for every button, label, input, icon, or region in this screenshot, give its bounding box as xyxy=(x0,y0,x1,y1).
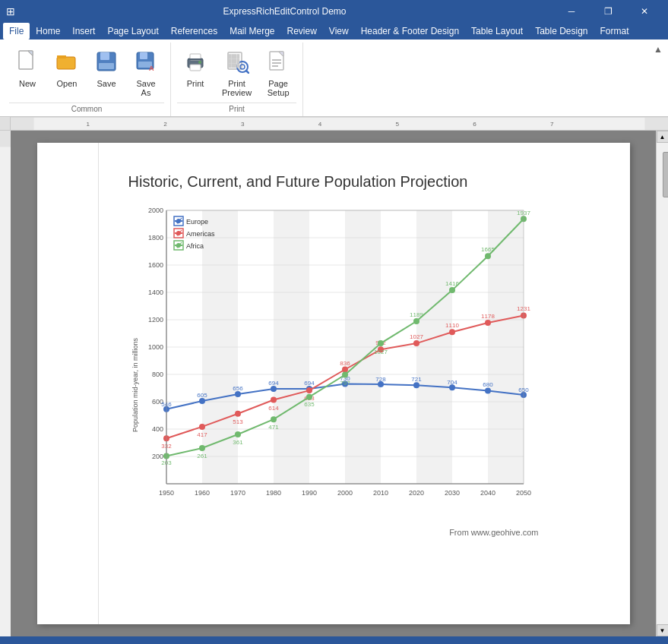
menu-item-header-footer[interactable]: Header & Footer Design xyxy=(355,23,465,39)
print-icon xyxy=(183,49,207,77)
svg-point-131 xyxy=(342,372,348,378)
svg-text:1416: 1416 xyxy=(445,280,459,287)
new-label: New xyxy=(19,79,36,88)
svg-text:2050: 2050 xyxy=(515,489,530,497)
minimize-button[interactable]: ─ xyxy=(554,0,589,23)
svg-text:1400: 1400 xyxy=(147,289,163,296)
chart-source: From www.geohive.com xyxy=(128,528,539,537)
svg-point-112 xyxy=(449,329,455,335)
svg-rect-39 xyxy=(11,117,34,130)
svg-point-135 xyxy=(485,253,491,259)
ruler-corner xyxy=(0,117,11,130)
svg-rect-40 xyxy=(644,117,668,130)
print-button[interactable]: Print xyxy=(177,46,214,92)
chart-title: Historic, Current, and Future Population… xyxy=(128,173,592,191)
save-as-button[interactable]: A Save As xyxy=(128,46,164,101)
status-bar xyxy=(0,636,668,644)
chart-svg: 200 400 600 800 1000 1200 1400 1600 1800… xyxy=(128,203,539,522)
open-button[interactable]: Open xyxy=(49,46,85,92)
svg-point-127 xyxy=(199,445,205,451)
svg-text:1980: 1980 xyxy=(265,489,280,497)
svg-rect-9 xyxy=(140,52,147,59)
ribbon-collapse-button[interactable]: ▲ xyxy=(651,43,665,56)
new-icon xyxy=(15,49,40,77)
print-label: Print xyxy=(187,79,204,88)
svg-point-107 xyxy=(271,397,277,403)
svg-point-83 xyxy=(199,398,205,404)
title-bar-left: ⊞ xyxy=(6,5,15,17)
restore-button[interactable]: ❐ xyxy=(590,0,625,23)
svg-point-111 xyxy=(413,340,419,346)
save-button[interactable]: Save xyxy=(88,46,125,92)
svg-text:546: 546 xyxy=(161,401,172,408)
app-icon: ⊞ xyxy=(6,5,15,17)
svg-text:400: 400 xyxy=(151,425,163,433)
svg-text:836: 836 xyxy=(340,360,350,367)
menu-item-mail-merge[interactable]: Mail Merge xyxy=(223,23,280,39)
svg-text:5: 5 xyxy=(396,121,400,128)
svg-point-89 xyxy=(413,382,419,388)
svg-point-108 xyxy=(306,387,312,393)
ribbon: New Open Save A Save As Common xyxy=(0,39,668,117)
svg-text:1950: 1950 xyxy=(158,489,173,497)
scroll-thumb[interactable] xyxy=(663,152,669,197)
ribbon-items-print: Print ████████████ Print Preview Page Se… xyxy=(177,46,296,101)
svg-text:417: 417 xyxy=(197,431,207,438)
svg-point-106 xyxy=(235,411,241,417)
svg-point-85 xyxy=(271,386,277,392)
save-icon xyxy=(94,49,119,77)
new-button[interactable]: New xyxy=(9,46,46,92)
svg-text:1178: 1178 xyxy=(481,313,495,320)
svg-rect-41 xyxy=(0,131,11,636)
title-bar-title: ExpressRichEditControl Demo xyxy=(15,6,554,17)
ruler-horizontal: 1 2 3 4 5 6 7 xyxy=(11,117,668,130)
menu-item-insert[interactable]: Insert xyxy=(66,23,101,39)
ribbon-group-print: Print ████████████ Print Preview Page Se… xyxy=(171,43,303,116)
page-setup-label: Page Setup xyxy=(268,79,290,97)
print-preview-button[interactable]: ████████████ Print Preview xyxy=(217,46,257,101)
document-page: Historic, Current, and Future Population… xyxy=(37,143,630,624)
menu-item-format[interactable]: Format xyxy=(594,23,635,39)
svg-text:4: 4 xyxy=(318,121,322,128)
svg-point-105 xyxy=(199,424,205,430)
open-icon xyxy=(55,49,79,77)
svg-point-133 xyxy=(413,318,419,324)
svg-text:728: 728 xyxy=(375,376,386,383)
menu-item-table-layout[interactable]: Table Layout xyxy=(465,23,529,39)
svg-text:1200: 1200 xyxy=(147,316,163,324)
svg-text:1970: 1970 xyxy=(230,489,245,497)
page-setup-button[interactable]: Page Setup xyxy=(260,46,296,101)
svg-text:635: 635 xyxy=(304,401,315,408)
svg-text:1937: 1937 xyxy=(517,210,530,216)
svg-point-130 xyxy=(306,394,312,400)
svg-text:513: 513 xyxy=(233,418,243,425)
menu-bar: File Home Insert Page Layout References … xyxy=(0,23,668,39)
svg-text:2000: 2000 xyxy=(337,489,352,497)
menu-item-home[interactable]: Home xyxy=(30,23,66,39)
svg-text:1665: 1665 xyxy=(481,246,495,253)
svg-text:2020: 2020 xyxy=(408,489,423,497)
svg-text:1027: 1027 xyxy=(374,349,388,355)
svg-text:1600: 1600 xyxy=(147,261,163,269)
ribbon-items-common: New Open Save A Save As xyxy=(9,46,164,101)
menu-item-review[interactable]: Review xyxy=(281,23,323,39)
ribbon-group-common: New Open Save A Save As Common xyxy=(3,43,171,116)
menu-item-references[interactable]: References xyxy=(165,23,223,39)
menu-item-page-layout[interactable]: Page Layout xyxy=(101,23,164,39)
svg-text:6: 6 xyxy=(473,121,476,128)
svg-text:3: 3 xyxy=(241,121,245,128)
menu-item-file[interactable]: File xyxy=(3,23,30,39)
scroll-area[interactable]: Historic, Current, and Future Population… xyxy=(11,131,656,636)
scroll-up-button[interactable]: ▲ xyxy=(657,131,669,143)
svg-text:694: 694 xyxy=(304,380,315,387)
close-button[interactable]: ✕ xyxy=(627,0,662,23)
svg-text:680: 680 xyxy=(483,381,493,388)
svg-text:2000: 2000 xyxy=(147,207,163,214)
vertical-scrollbar[interactable]: ▲ ▼ xyxy=(656,131,668,636)
menu-item-view[interactable]: View xyxy=(323,23,355,39)
svg-point-134 xyxy=(449,287,455,293)
svg-rect-3 xyxy=(57,57,75,69)
svg-line-19 xyxy=(246,71,249,74)
menu-item-table-design[interactable]: Table Design xyxy=(529,23,594,39)
scroll-down-button[interactable]: ▼ xyxy=(657,624,669,636)
